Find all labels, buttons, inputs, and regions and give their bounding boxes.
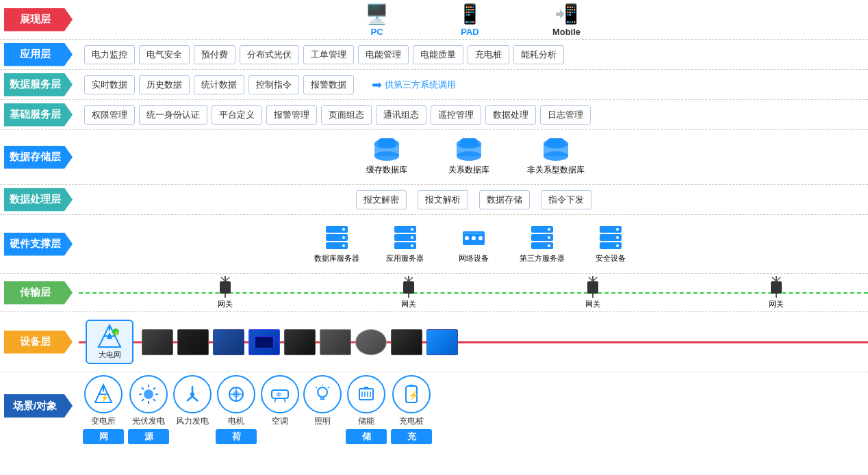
tag-dianneng-guanli: 电能管理 [358,45,409,64]
svg-rect-6 [378,142,396,147]
power-grid-icon: ⚡ [97,324,122,348]
layer-chuanshu: 传输层 网关 [0,274,868,312]
chongdian-label: 充电桩 [399,415,424,427]
db-nosql-icon [541,138,571,163]
gw2: 网关 [388,276,429,309]
label-changjing: 场景/对象 [0,372,79,439]
gw2-label: 网关 [401,299,416,309]
gw3-label: 网关 [585,299,600,309]
svg-line-85 [142,387,144,389]
pad-label: PAD [461,27,478,37]
layer-yinjian: 硬件支撑层 数据库服务器 [0,215,868,274]
tag-baojing-shuju: 报警数据 [303,75,354,94]
svg-rect-13 [460,142,478,147]
tag-nenghaofenxi: 能耗分析 [513,45,564,64]
hw-db-server-label: 数据库服务器 [314,253,359,264]
shebei-text: 设备层 [20,335,51,348]
tag-fenbushi-guangfu: 分布式光伏 [240,45,299,64]
label-shebei: 设备层 [0,312,79,372]
shebei-content: ⚡ 大电网 [79,312,868,372]
gateway-row: 网关 网关 [133,276,868,309]
network-icon [460,224,487,252]
label-arrow-shebei: 设备层 [4,331,73,354]
equip-1 [142,329,173,355]
dianji-circle [217,375,255,413]
db-cache: 缓存数据库 [363,138,411,176]
svg-point-49 [616,244,619,247]
label-arrow-yinjian: 硬件支撑层 [4,233,73,256]
chuneng-tag: 储 [346,429,387,444]
security-icon [597,224,624,252]
hw-security: 安全设备 [587,224,635,264]
zhaoming-circle [303,375,342,413]
equip-2 [177,329,209,355]
label-arrow-yingyong: 应用层 [4,43,73,66]
label-arrow-chuli: 数据处理层 [4,188,73,211]
svg-rect-108 [364,387,368,389]
fengdian-circle [173,375,212,413]
tag-dianli-jiankong: 电力监控 [84,45,135,64]
kongtiao-label: 空调 [272,415,288,427]
svg-text:⚡: ⚡ [100,393,110,402]
svg-line-106 [328,387,329,388]
tag-quanxian: 权限管理 [84,105,135,125]
db-nosql-label: 非关系型数据库 [527,164,585,176]
scene-fengdian: 风力发电 [173,375,212,444]
svg-point-9 [457,151,481,161]
equip-5 [284,329,316,355]
svg-point-41 [548,228,550,231]
equip-8 [391,329,422,355]
hw-third-server: 第三方服务器 [518,224,566,264]
hw-network-label: 网络设备 [459,253,489,264]
scene-zhaoming: 照明 [303,375,342,444]
pad-icon: 📱 [458,3,482,25]
layer-chuli: 数据处理层 报文解密 报文解析 数据存储 指令下发 [0,185,868,215]
gw1: 网关 [205,276,246,309]
tag-baowen-jiexi: 报文解析 [418,190,468,209]
svg-point-36 [478,236,483,240]
label-arrow-xianxian: 展现层 [4,8,73,31]
chuli-text: 数据处理层 [10,193,61,206]
layer-shebei: 设备层 ⚡ 大电网 [0,312,868,372]
svg-point-32 [411,244,413,247]
svg-line-105 [316,387,317,388]
svg-rect-37 [464,233,483,234]
label-yingyong: 应用层 [0,40,79,69]
svg-point-34 [465,236,469,240]
svg-point-80 [144,389,153,399]
layer-cunchu: 数据存储层 缓存数据 [0,130,868,185]
scene-chongdian: ⚡ 充电桩 充 [391,375,432,444]
layer-changjing: 场景/对象 ⚡ 变电所 网 [0,372,868,439]
changjing-content: ⚡ 变电所 网 光伏发电 源 [79,372,868,439]
tag-yaokong-guanli: 遥控管理 [431,105,481,125]
xianxian-text: 展现层 [20,13,51,26]
svg-point-31 [411,236,413,239]
tag-zhiling-xiafa: 指令下发 [541,190,591,209]
dianji-tag: 荷 [216,429,257,444]
equipment-list [142,329,458,355]
tag-pingtai-dingyi: 平台定义 [212,105,262,125]
mobile-label: Mobile [552,27,580,37]
svg-point-42 [548,236,550,239]
svg-point-47 [616,228,619,231]
tag-tongji-shuju: 统计数据 [194,75,244,94]
chuanshu-content: 网关 网关 [79,274,868,311]
equip-9 [426,329,458,355]
svg-line-92 [187,396,192,401]
db-nosql: 非关系型数据库 [527,138,585,176]
chuneng-label: 储能 [358,415,374,427]
layer-xianxian: 展现层 🖥️ PC 📱 PAD 📲 Mobile [0,0,868,40]
gateway-icon-3 [583,276,602,298]
equip-4-display [255,336,274,348]
tag-shuju-cunchu: 数据存储 [479,190,530,209]
label-chuli: 数据处理层 [0,185,79,214]
svg-point-35 [472,236,476,240]
mobile-icon: 📲 [554,3,578,25]
third-server-icon [528,224,556,252]
gw3: 网关 [572,276,613,309]
svg-point-26 [342,244,345,247]
svg-text:⚡: ⚡ [408,389,420,401]
tag-dianneng-zhiliang: 电能质量 [413,45,463,64]
guangfu-tag: 源 [128,429,169,444]
scene-dianji: 电机 荷 [216,375,257,444]
